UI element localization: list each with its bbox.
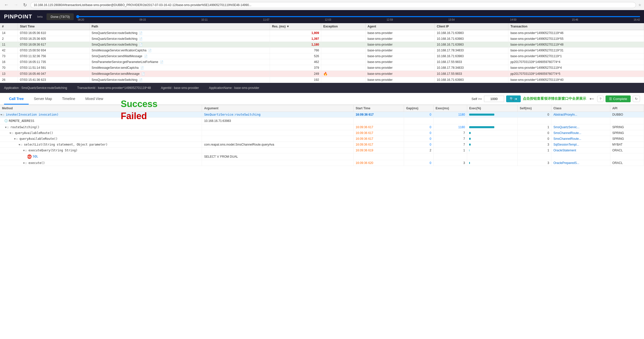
forward-button[interactable]: → <box>12 2 20 8</box>
tl-label-3: 11:07 <box>263 18 269 21</box>
calltree-container[interactable]: Method Argument Start Time Gap(ms) Exec(… <box>0 105 644 166</box>
table-row[interactable]: 16 07/03 16:05:11 735 SmsParameterServic… <box>0 59 644 65</box>
calltree-row[interactable]: ⓘREMOTE_ADDRESS10.168.16.71:63983 <box>0 118 644 124</box>
cell-ip: 10.168.16.71:63983 <box>435 77 508 83</box>
ct-method-text[interactable]: invoke(Invocation invocation) <box>6 113 59 116</box>
expand-icon[interactable]: ▼□ <box>23 149 27 152</box>
fire-icon: 🔥 <box>323 72 328 76</box>
timeline-thumb[interactable] <box>76 15 79 18</box>
tab-server-map[interactable]: Server Map <box>29 94 57 105</box>
ct-execpct-cell <box>467 148 518 153</box>
cell-start: 07/03 15:00:50 934 <box>18 48 90 53</box>
ct-method-text[interactable]: SQL <box>33 155 38 158</box>
ct-method-text[interactable]: selectList(String statement, Object para… <box>24 143 107 146</box>
table-row[interactable]: 14 07/03 16:05:36 610 SmsQuartzService:r… <box>0 30 644 36</box>
table-row[interactable]: 42 07/03 15:00:50 934 SmsMessageService:… <box>0 48 644 53</box>
ct-api-cell: SPRING <box>610 136 644 142</box>
tl-label-8: 15:46 <box>572 18 578 21</box>
cell-exception <box>321 36 366 42</box>
search-button[interactable]: 🔍 ➔ <box>506 95 521 102</box>
doc-icon: 📄 <box>140 66 144 69</box>
cell-path[interactable]: SmsQuartzService:routeSwitching 📄 <box>90 36 270 42</box>
expand-icon[interactable]: ▼□ <box>23 162 27 164</box>
address-bar[interactable]: 10.168.16.115:28080/#/transactionList/ba… <box>30 2 636 8</box>
expand-icon[interactable]: ▼□ <box>9 132 13 134</box>
table-row[interactable]: 26 07/03 15:41:36 623 SmsQuartzService:r… <box>0 77 644 83</box>
doc-icon: 📄 <box>139 37 143 40</box>
calltree-row[interactable]: ▼□ routeSwitching() 16:09:36 61701180 1S… <box>0 124 644 130</box>
expand-icon[interactable]: ▼□ <box>14 138 18 140</box>
ct-method-text[interactable]: execute() <box>28 161 45 165</box>
expand-icon[interactable]: ▼□ <box>18 143 22 146</box>
ct-method-text[interactable]: queryAvailableRoute() <box>15 131 53 135</box>
calltree-row[interactable]: ▼□ selectList(String statement, Object p… <box>0 142 644 148</box>
table-row[interactable]: 13 07/03 16:05:46 047 SmsMessageService:… <box>0 71 644 77</box>
cell-num: 70 <box>0 65 18 71</box>
calltree-row[interactable]: ▼□ execute() 16:09:36 62003 3OraclePrepa… <box>0 160 644 166</box>
ct-col-gap: Gap(ms) <box>404 105 433 112</box>
ct-col-method: Method <box>0 105 202 112</box>
cell-ip: 10.168.17.55:9833 <box>435 71 508 77</box>
ct-method-text[interactable]: queryAvailableRoute() <box>19 137 58 141</box>
tab-call-tree[interactable]: Call Tree <box>4 94 29 105</box>
cell-path[interactable]: SmsMessageService:sendCaptcha 📄 <box>90 65 270 71</box>
expand-icon[interactable]: ▼□ <box>0 113 4 116</box>
question-button[interactable]: ? <box>597 96 603 102</box>
expand-icon[interactable]: ▼□ <box>5 126 9 129</box>
tab-bar: Call Tree Server Map Timeline Mixed View… <box>0 93 644 105</box>
tab-mixed-view[interactable]: Mixed View <box>80 94 108 105</box>
timeline[interactable]: 08:20 09:15 10:11 11:07 12:03 12:59 13:5… <box>78 13 640 21</box>
self-input[interactable] <box>484 96 504 102</box>
complete-button[interactable]: ☰ Complete <box>606 95 631 102</box>
ct-gap-cell: 0 <box>404 112 433 118</box>
cell-exception <box>321 77 366 83</box>
ct-exec-cell <box>433 153 467 160</box>
ct-arg-link[interactable]: SmsQuartzService:routeSwitching <box>204 113 260 116</box>
done-button[interactable]: Done (73/73) <box>47 13 74 20</box>
tab-timeline[interactable]: Timeline <box>57 94 80 105</box>
ct-method-cell: ▼□ invoke(Invocation invocation) <box>0 112 202 118</box>
cell-agent: base-sms-provider <box>366 36 435 42</box>
ct-self-cell: 0 <box>518 136 551 142</box>
cell-path[interactable]: SmsParameterService:getParameterListForN… <box>90 59 270 65</box>
cell-path[interactable]: SmsMessageService:verificationCaptcha 📄 <box>90 48 270 53</box>
ct-col-class: Class <box>551 105 610 112</box>
calltree-row[interactable]: ▼□ executeQuery(String String) 16:09:36 … <box>0 148 644 153</box>
cell-path[interactable]: SmsQuartzService:routeSwitching 📄 <box>90 77 270 83</box>
ct-gap-cell: 0 <box>404 142 433 148</box>
table-row[interactable]: 73 07/03 11:32:36 756 SmsQuartzService:s… <box>0 53 644 59</box>
ct-method-text[interactable]: routeSwitching() <box>10 125 39 129</box>
table-row[interactable]: 2 07/03 16:25:36 605 SmsQuartzService:ro… <box>0 36 644 42</box>
bookmark-button[interactable]: ★ <box>638 3 641 7</box>
cell-path[interactable]: SmsQuartzService:routeSwitching 📄 <box>90 42 270 48</box>
back-button[interactable]: ← <box>3 2 10 8</box>
ct-arg-cell[interactable]: SmsQuartzService:routeSwitching <box>202 112 353 118</box>
table-row[interactable]: 11 07/03 16:09:36 617 SmsQuartzService:r… <box>0 42 644 48</box>
cell-path[interactable]: SmsQuartzService:sendWaitMessage 📄 <box>90 53 270 59</box>
cell-path[interactable]: SmsMessageService:sendMessage 📄 <box>90 71 270 77</box>
col-exception: Exception <box>321 23 366 30</box>
cell-tx: base-sms-provider^1499052701119^1 <box>508 53 644 59</box>
table-row[interactable]: 70 07/03 11:51:14 591 SmsMessageService:… <box>0 65 644 71</box>
calltree-row[interactable]: SQLSQLSELECT 'x' FROM DUAL <box>0 153 644 160</box>
cell-tx: base-sms-provider^1499052701119^40 <box>508 77 644 83</box>
cell-res: 462 <box>270 59 321 65</box>
ct-method-text[interactable]: executeQuery(String String) <box>28 149 77 152</box>
refresh-icon-button[interactable]: ↻ <box>633 96 640 102</box>
cell-num: 26 <box>0 77 18 83</box>
calltree-row[interactable]: ▼□ invoke(Invocation invocation) SmsQuar… <box>0 112 644 118</box>
cell-agent: base-sms-provider <box>366 48 435 53</box>
cell-start: 07/03 16:05:46 047 <box>18 71 90 77</box>
reload-button[interactable]: ↻ <box>22 2 28 8</box>
calltree-row[interactable]: ▼□ queryAvailableRoute() 16:09:36 61707 … <box>0 130 644 136</box>
ct-self-cell: 1 <box>518 124 551 130</box>
ct-gap-cell: 0 <box>404 136 433 142</box>
tab-controls: Self >= 🔍 ➔ 点击按钮查看项详情在新窗口中全屏展示 ← ? ☰ Com… <box>471 95 640 103</box>
calltree-row[interactable]: ▼□ queryAvailableRoute() 16:09:36 61707 … <box>0 136 644 142</box>
complete-icon: ☰ <box>609 97 612 101</box>
ct-execpct-cell <box>467 136 518 142</box>
cell-path[interactable]: SmsQuartzService:routeSwitching 📄 <box>90 30 270 36</box>
tl-label-2: 10:11 <box>201 18 208 21</box>
tl-label-4: 12:03 <box>325 18 331 21</box>
info-icon: ⓘ <box>5 119 8 123</box>
